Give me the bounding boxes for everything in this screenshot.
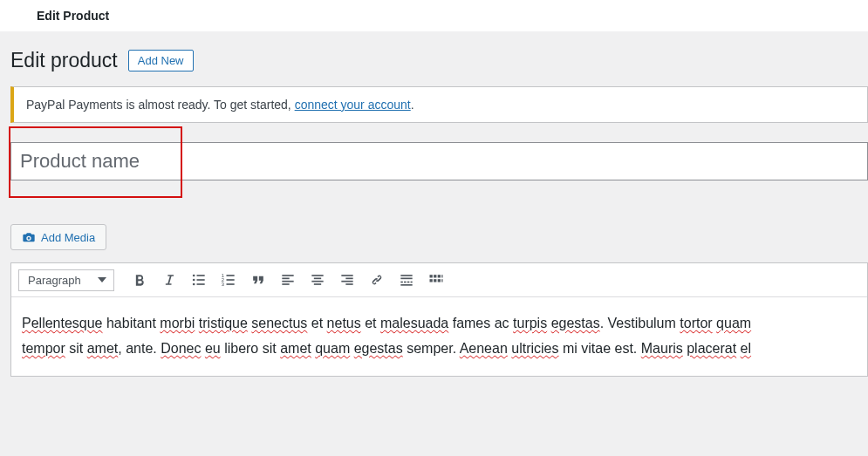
notice-text: PayPal Payments is almost ready. To get …	[26, 98, 295, 112]
svg-rect-10	[227, 279, 235, 281]
svg-rect-9	[227, 275, 235, 276]
add-new-button[interactable]: Add New	[128, 50, 194, 71]
editor-content-area[interactable]: Pellentesque habitant morbi tristique se…	[11, 297, 867, 376]
svg-rect-23	[345, 283, 352, 285]
add-media-label: Add Media	[41, 231, 95, 244]
quote-icon	[249, 271, 267, 289]
connect-account-link[interactable]: connect your account	[295, 98, 411, 112]
svg-rect-13	[282, 278, 289, 280]
page-header: Edit product Add New	[10, 31, 868, 86]
svg-rect-35	[430, 279, 433, 282]
camera-icon	[22, 230, 36, 244]
svg-rect-19	[314, 283, 321, 285]
svg-rect-17	[314, 278, 321, 280]
editor-line: tempor sit amet, ante. Donec eu libero s…	[22, 337, 857, 362]
editor-toolbar: Paragraph 123	[11, 263, 867, 297]
svg-rect-28	[407, 282, 410, 283]
italic-icon	[161, 271, 178, 289]
svg-point-1	[193, 279, 195, 282]
ol-button[interactable]: 123	[215, 267, 242, 293]
toolbar-toggle-icon	[427, 271, 445, 289]
svg-point-2	[193, 283, 195, 286]
svg-rect-36	[434, 279, 436, 282]
svg-rect-27	[404, 282, 407, 283]
notice-tail: .	[411, 98, 414, 112]
editor-box: Paragraph 123 Pellentesque habitant morb…	[10, 262, 868, 377]
svg-rect-12	[282, 275, 293, 276]
svg-rect-29	[411, 282, 413, 283]
align-left-icon	[279, 271, 297, 289]
format-select[interactable]: Paragraph	[18, 269, 114, 291]
svg-rect-20	[341, 275, 352, 276]
blockquote-button[interactable]	[245, 267, 271, 293]
align-right-icon	[338, 271, 356, 289]
bold-button[interactable]	[126, 267, 153, 293]
svg-rect-3	[197, 275, 205, 276]
svg-rect-15	[282, 283, 289, 285]
svg-rect-38	[441, 279, 442, 282]
svg-rect-37	[438, 279, 441, 282]
svg-rect-34	[441, 275, 442, 277]
svg-rect-22	[341, 281, 352, 282]
svg-text:3: 3	[222, 282, 224, 287]
toolbar-toggle-button[interactable]	[423, 267, 449, 293]
admin-top-tab: Edit Product	[0, 0, 868, 31]
svg-rect-4	[197, 279, 205, 281]
product-title-wrap	[10, 142, 868, 180]
more-icon	[398, 271, 415, 289]
svg-rect-21	[345, 278, 352, 280]
link-button[interactable]	[364, 267, 390, 293]
paypal-notice: PayPal Payments is almost ready. To get …	[10, 86, 868, 123]
svg-rect-5	[197, 283, 205, 285]
ul-icon	[190, 271, 208, 289]
svg-rect-25	[400, 278, 412, 280]
align-right-button[interactable]	[334, 267, 360, 293]
bold-icon	[131, 271, 148, 289]
svg-rect-31	[430, 275, 433, 277]
svg-rect-11	[227, 283, 235, 285]
product-name-input[interactable]	[10, 142, 868, 180]
ul-button[interactable]	[186, 267, 212, 293]
add-media-button[interactable]: Add Media	[10, 224, 106, 250]
svg-rect-30	[400, 284, 412, 286]
link-icon	[368, 271, 386, 289]
svg-rect-32	[434, 275, 436, 277]
svg-rect-16	[311, 275, 323, 276]
ol-icon: 123	[220, 271, 237, 289]
page-title: Edit product	[10, 49, 118, 72]
svg-rect-26	[400, 282, 403, 283]
svg-rect-18	[311, 281, 323, 282]
svg-rect-33	[438, 275, 441, 277]
svg-point-0	[193, 275, 195, 277]
svg-rect-14	[282, 281, 293, 282]
align-left-button[interactable]	[275, 267, 301, 293]
read-more-button[interactable]	[393, 267, 420, 293]
editor-line: Pellentesque habitant morbi tristique se…	[22, 311, 857, 337]
align-center-button[interactable]	[304, 267, 331, 293]
align-center-icon	[309, 271, 326, 289]
italic-button[interactable]	[156, 267, 182, 293]
svg-rect-24	[400, 275, 412, 276]
